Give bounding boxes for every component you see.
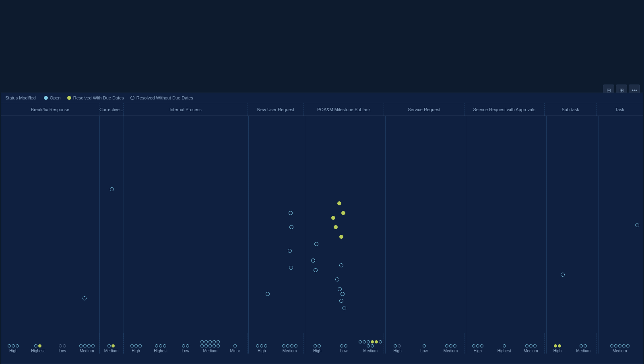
bdot bbox=[213, 340, 216, 343]
bottom-internal-low: Low bbox=[173, 343, 198, 354]
col-service-req-approvals-header: Service Request with Approvals bbox=[464, 103, 545, 116]
bottom-internal-minor: Minor bbox=[223, 343, 248, 354]
bdot bbox=[87, 344, 91, 347]
bdot bbox=[12, 344, 15, 347]
legend-open-label: Open bbox=[50, 95, 61, 100]
dot-poam-5 bbox=[339, 235, 343, 239]
legend-resolved-due: Resolved With Due Dates bbox=[67, 95, 124, 100]
bottom-approvals-high: High bbox=[464, 343, 491, 354]
dot-poam-10 bbox=[335, 277, 339, 281]
bdot bbox=[359, 340, 362, 343]
bdot bbox=[34, 344, 37, 347]
bdot bbox=[423, 344, 426, 347]
dot-poam-9 bbox=[339, 263, 343, 267]
col-new-user-header: New User Request bbox=[248, 103, 304, 116]
bdot bbox=[503, 344, 506, 347]
bottom-label-text: Medium bbox=[198, 348, 223, 354]
bottom-label-text: Low bbox=[330, 348, 357, 354]
bottom-label-text: Minor bbox=[223, 348, 248, 354]
bdot bbox=[290, 344, 293, 347]
dot-poam-12 bbox=[341, 292, 345, 296]
bottom-label-text: Medium bbox=[570, 348, 596, 354]
dot-newuser-5 bbox=[266, 292, 270, 296]
bottom-corrective-medium: Medium bbox=[99, 343, 123, 354]
bottom-breakfix-high: High bbox=[1, 343, 26, 354]
col-header-row: Break/fix Response Corrective... Interna… bbox=[1, 103, 643, 116]
dot-newuser-2 bbox=[289, 225, 293, 229]
bdot bbox=[558, 344, 561, 347]
bdot bbox=[264, 344, 267, 347]
bottom-poam: High Low bbox=[304, 333, 384, 354]
divider-1 bbox=[99, 116, 100, 354]
legend-resolved-no: Resolved Without Due Dates bbox=[130, 95, 193, 100]
dot-poam-7 bbox=[311, 259, 315, 263]
bdot bbox=[394, 344, 397, 347]
bottom-newuser-medium: Medium bbox=[276, 343, 303, 354]
bottom-label-text: High bbox=[464, 348, 491, 354]
bottom-label-text: Medium bbox=[518, 348, 544, 354]
col-poam-header: POA&M Milestone Subtask bbox=[304, 103, 384, 116]
bdot bbox=[472, 344, 475, 347]
bottom-breakfix-low: Low bbox=[50, 343, 75, 354]
bottom-approvals-highest: Highest bbox=[491, 343, 518, 354]
bottom-internal-high: High bbox=[124, 343, 149, 354]
bdot bbox=[367, 344, 370, 347]
bdot bbox=[318, 344, 321, 347]
bottom-label-text: Highest bbox=[491, 348, 518, 354]
bottom-service-req: High Low Medium bbox=[384, 333, 464, 354]
bdot bbox=[208, 340, 212, 343]
bdot bbox=[626, 344, 630, 347]
bdot bbox=[294, 344, 297, 347]
bottom-task: Medium bbox=[597, 333, 643, 354]
bottom-label-text: Highest bbox=[148, 348, 173, 354]
bottom-poam-low: Low bbox=[330, 343, 357, 354]
bottom-label-text: High bbox=[248, 348, 276, 354]
bdot bbox=[8, 344, 11, 347]
dot-task-2 bbox=[561, 273, 565, 277]
bdot bbox=[375, 340, 378, 343]
bdot bbox=[529, 344, 533, 347]
legend-resolved-due-dot bbox=[67, 96, 71, 100]
bdot bbox=[233, 344, 237, 347]
bdot bbox=[260, 344, 263, 347]
dot-breakfix-1 bbox=[83, 296, 87, 300]
dot-task-1 bbox=[635, 223, 639, 227]
divider-4 bbox=[305, 116, 305, 354]
bdot bbox=[111, 344, 115, 347]
dot-newuser-3 bbox=[288, 249, 292, 253]
divider-2 bbox=[124, 116, 124, 354]
bdot bbox=[208, 344, 212, 347]
bottom-label-text: Medium bbox=[438, 348, 464, 354]
bdot bbox=[580, 344, 583, 347]
dot-newuser-1 bbox=[289, 211, 293, 215]
bdot bbox=[367, 340, 370, 343]
dot-poam-2 bbox=[341, 211, 345, 215]
bdot bbox=[200, 344, 204, 347]
bottom-label-text: High bbox=[304, 348, 330, 354]
bdot bbox=[449, 344, 452, 347]
col-task-header: Task bbox=[597, 103, 643, 116]
bdot bbox=[525, 344, 528, 347]
bdot bbox=[213, 344, 216, 347]
bottom-subtask-high: High bbox=[545, 343, 570, 354]
bdot bbox=[107, 344, 111, 347]
bdot bbox=[79, 344, 83, 347]
legend-open-dot bbox=[44, 96, 48, 100]
bottom-newuser-high: High bbox=[248, 343, 276, 354]
bottom-subtask-medium: Medium bbox=[570, 343, 596, 354]
bdot bbox=[618, 344, 621, 347]
bdot bbox=[91, 344, 95, 347]
bdot bbox=[155, 344, 158, 347]
bottom-label-text: Low bbox=[50, 348, 75, 354]
bdot bbox=[204, 340, 208, 343]
bottom-label-text: High bbox=[384, 348, 411, 354]
divider-5 bbox=[385, 116, 386, 354]
bdot bbox=[38, 344, 41, 347]
top-area bbox=[0, 0, 644, 93]
bdot bbox=[63, 344, 66, 347]
bottom-internal: High Highest Low bbox=[124, 333, 248, 354]
bdot bbox=[163, 344, 166, 347]
bdot bbox=[282, 344, 285, 347]
scatter-area: High Highest Low bbox=[1, 116, 643, 354]
bdot bbox=[340, 344, 343, 347]
